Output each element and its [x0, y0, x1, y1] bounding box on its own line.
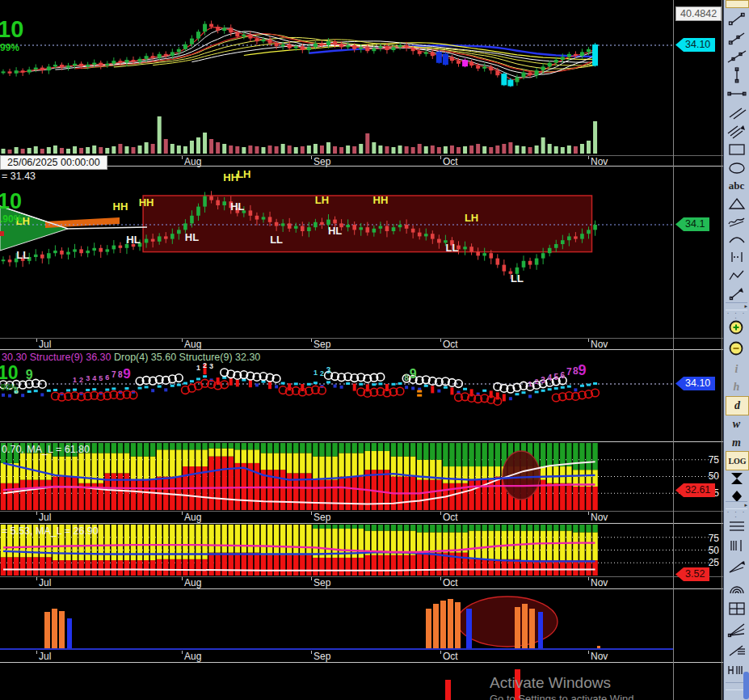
panel-divider [0, 441, 723, 442]
zoom-in-tool-button[interactable] [726, 318, 747, 336]
svg-text:4: 4 [92, 374, 96, 382]
fibonacci-arcs-tool-button[interactable] [726, 579, 747, 597]
svg-text:1: 1 [196, 364, 200, 372]
panel-swing-canvas[interactable]: LHLLHHHHHLHLHHLHHLLLLHHLHHLLLHLL [0, 167, 723, 338]
ray-tool-button[interactable] [726, 29, 747, 47]
trendline-tool-button[interactable] [726, 11, 747, 28]
compress-tool-button[interactable] [726, 470, 747, 487]
vertical-line-tool-button[interactable] [726, 66, 747, 84]
axis-tick [182, 512, 183, 515]
svg-text:7: 7 [566, 366, 572, 377]
gann-fan-tool-button[interactable] [726, 621, 747, 639]
axis-tick-label: Nov [591, 577, 608, 588]
axis-tick-label: Jul [39, 577, 51, 588]
panel-price-canvas[interactable] [0, 0, 723, 155]
pointer-arrow-tool-button[interactable] [726, 285, 747, 302]
rectangle-tool-button[interactable] [726, 141, 747, 158]
axis-tick-label: Oct [443, 577, 458, 588]
axis-tick-label: Aug [184, 577, 201, 588]
zigzag-tool-button[interactable] [726, 267, 747, 285]
axis-tick [36, 651, 37, 654]
ellipse-tool-button[interactable] [726, 159, 747, 177]
regression-channel-icon [726, 123, 747, 139]
speed-lines-icon [726, 643, 747, 659]
svg-text:HL: HL [126, 234, 140, 246]
svg-text:LL: LL [16, 249, 29, 261]
gann-angle-tool-button[interactable] [726, 558, 747, 576]
axis-tick [311, 156, 312, 159]
axis-tick [440, 651, 441, 654]
price-scale-divider [673, 0, 674, 700]
panel-oscillator2-canvas[interactable] [0, 524, 723, 576]
axis-tick-label: Nov [591, 156, 608, 167]
svg-text:2: 2 [320, 369, 324, 377]
active-tool-button[interactable] [726, 0, 749, 8]
log-scale-button[interactable]: LOG [726, 451, 749, 470]
drawing-toolbar: abc▸· · · ·ihdwmLOG▸· · · ·▸ [723, 0, 749, 700]
extended-line-tool-button[interactable] [726, 48, 747, 65]
panel-oscillator1-canvas[interactable] [0, 442, 723, 511]
rectangle-icon [726, 141, 747, 158]
extended-line-icon [726, 48, 747, 65]
text-label: abc [729, 179, 745, 192]
interval-intraday-button[interactable]: i [726, 361, 747, 378]
indicator-value-p2: = 31.43 [2, 171, 36, 182]
structure-header-magenta: 30.30 Structure(9) 36.30 [2, 352, 112, 363]
axis-tick [182, 156, 183, 159]
interval-monthly-label: m [732, 436, 741, 449]
interval-daily-label: d [734, 399, 740, 412]
freehand-tool-button[interactable] [726, 213, 747, 230]
vertical-grid-tool-button[interactable] [726, 537, 747, 555]
triangle-tool-button[interactable] [726, 195, 747, 213]
toolbar-grip-handle[interactable]: · · · · [726, 310, 747, 317]
scrollbar-thumb[interactable] [743, 672, 749, 699]
arc-tool-button[interactable] [726, 230, 747, 248]
interval-daily-button[interactable]: d [726, 396, 749, 415]
date-axis-2: JulAugSepOctNov [0, 338, 673, 349]
cursor-price-box: 40.4842 [675, 6, 722, 21]
horizontal-grid-tool-button[interactable] [726, 517, 747, 535]
regression-channel-tool-button[interactable] [726, 122, 747, 140]
ticker-symbol-p1: 10 [0, 18, 23, 41]
arc-icon [726, 231, 747, 247]
axis-tick [588, 512, 589, 515]
interval-hourly-button[interactable]: h [726, 378, 747, 396]
axis-tick-label: Sep [313, 339, 330, 350]
horizontal-line-icon [726, 86, 747, 102]
axis-tick [588, 577, 589, 580]
svg-text:3: 3 [541, 376, 545, 385]
text-button[interactable]: abc [726, 177, 747, 195]
parallel-lines-tool-button[interactable] [726, 103, 747, 121]
axis-tick-label: Nov [591, 512, 608, 523]
axis-tick [36, 577, 37, 580]
last-price-tag-p3: 34.10 [675, 377, 715, 390]
grid-tool-button[interactable] [726, 600, 747, 618]
ticker-symbol-p3: 10 [0, 364, 19, 382]
ellipse-annotation [503, 451, 540, 500]
zoom-out-tool-button[interactable] [726, 339, 747, 357]
axis-tick [588, 339, 589, 342]
panel-signals-canvas[interactable] [0, 589, 723, 650]
svg-text:HL: HL [230, 200, 244, 213]
crosshair-date-tooltip: 25/06/2025 00:00:00 [0, 155, 107, 170]
svg-text:LL: LL [446, 242, 459, 254]
interval-monthly-button[interactable]: m [726, 434, 747, 452]
grid-label-75: 75 [684, 533, 719, 544]
horizontal-line-tool-button[interactable] [726, 85, 747, 103]
svg-text:3: 3 [86, 374, 90, 382]
axis-tick [182, 339, 183, 342]
axis-tick-label: Nov [591, 651, 608, 662]
panel-structure-canvas[interactable]: 8912345678912312389123456789 [0, 350, 723, 442]
measure-icon [726, 249, 747, 265]
toolbar-grip-handle[interactable]: · · · · [726, 509, 747, 516]
grid-label-50: 50 [684, 470, 719, 482]
svg-text:5: 5 [99, 374, 103, 382]
pointer-arrow-icon [726, 285, 747, 302]
fibonacci-arcs-icon [726, 580, 747, 596]
interval-weekly-button[interactable]: w [726, 415, 747, 433]
speed-lines-tool-button[interactable] [726, 642, 747, 660]
parallel-lines-icon [726, 104, 747, 120]
measure-tool-button[interactable] [726, 248, 747, 266]
panel-divider [0, 588, 723, 589]
axis-tick-label: Jul [39, 512, 51, 523]
